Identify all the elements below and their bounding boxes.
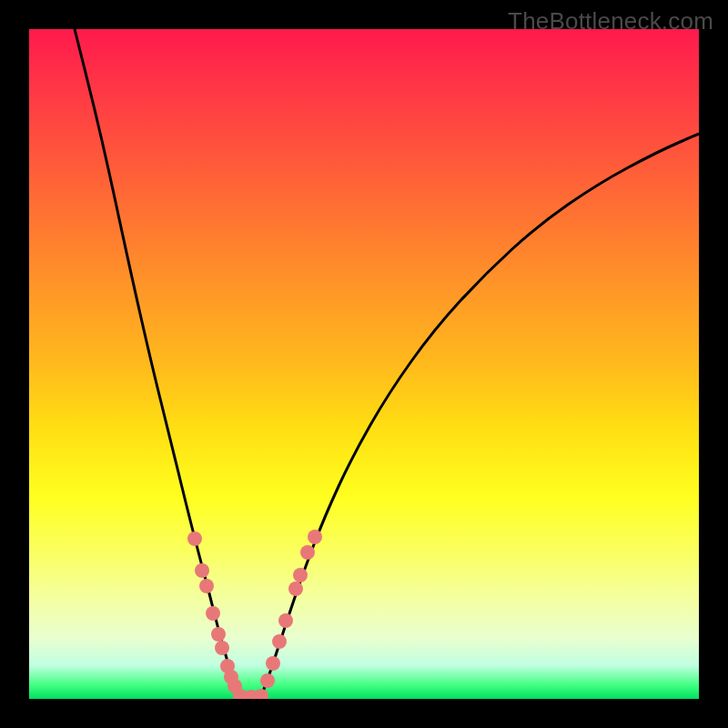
data-marker xyxy=(195,563,209,578)
data-marker xyxy=(211,627,226,642)
data-marker xyxy=(206,606,220,621)
chart-svg xyxy=(29,29,699,699)
plot-area xyxy=(29,29,699,699)
series-right-curve xyxy=(261,134,699,696)
data-marker xyxy=(260,673,275,688)
data-marker xyxy=(278,613,293,628)
data-marker xyxy=(308,530,322,544)
chart-frame: TheBottleneck.com xyxy=(0,0,728,728)
watermark-text: TheBottleneck.com xyxy=(508,7,713,35)
series-left-curve xyxy=(75,29,240,696)
data-marker xyxy=(293,568,308,582)
data-marker xyxy=(187,531,202,546)
data-marker xyxy=(266,656,280,671)
markers xyxy=(187,530,322,699)
data-marker xyxy=(254,689,268,699)
data-marker xyxy=(288,581,303,596)
data-marker xyxy=(199,579,214,593)
data-marker xyxy=(272,634,287,649)
data-marker xyxy=(300,545,315,560)
data-marker xyxy=(215,641,229,655)
